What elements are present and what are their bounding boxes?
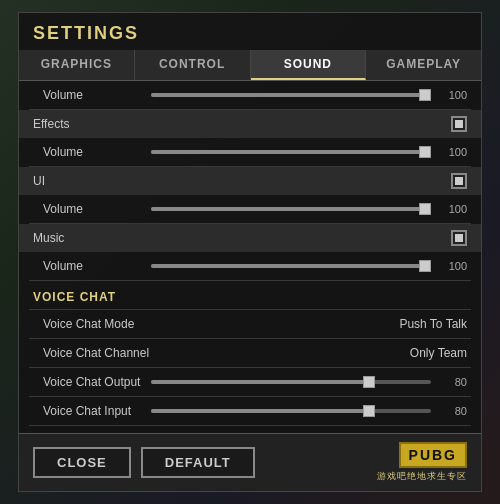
pubg-sub-text: 游戏吧绝地求生专区 [377,470,467,483]
settings-content: Volume 100 Effects Volume [19,81,481,433]
tab-control[interactable]: CONTROL [135,50,251,80]
effects-label: Effects [33,117,133,131]
voice-channel-value: Only Team [410,346,467,360]
pubg-logo: PUBG 游戏吧绝地求生专区 [377,442,467,483]
effects-volume-fill [151,150,431,154]
ui-volume-track[interactable] [151,207,431,211]
music-volume-value: 100 [439,260,467,272]
effects-volume-thumb[interactable] [419,146,431,158]
voice-channel-label: Voice Chat Channel [43,346,149,360]
voice-channel-row: Voice Chat Channel Only Team [19,339,481,367]
music-label: Music [33,231,133,245]
tab-gameplay[interactable]: GAMEPLAY [366,50,481,80]
music-volume-thumb[interactable] [419,260,431,272]
voice-input-label: Voice Chat Input [43,404,143,418]
voice-output-row: Voice Chat Output 80 [19,368,481,396]
voice-input-fill [151,409,375,413]
voice-chat-header-row: VOICE CHAT [19,281,481,309]
voice-output-thumb[interactable] [363,376,375,388]
close-button[interactable]: CLOSE [33,447,131,478]
music-volume-track[interactable] [151,264,431,268]
ui-volume-thumb[interactable] [419,203,431,215]
tabs-bar: GRAPHICS CONTROL SOUND GAMEPLAY [19,50,481,81]
effects-volume-track[interactable] [151,150,431,154]
main-volume-row: Volume 100 [19,81,481,109]
ui-volume-fill [151,207,431,211]
voice-mode-row: Voice Chat Mode Push To Talk [19,310,481,338]
main-volume-track[interactable] [151,93,431,97]
music-header-row: Music [19,224,481,252]
pubg-badge: PUBG [399,442,467,468]
effects-header-row: Effects [19,110,481,138]
voice-mode-label: Voice Chat Mode [43,317,143,331]
voice-input-thumb[interactable] [363,405,375,417]
voice-output-fill [151,380,375,384]
tab-sound[interactable]: SOUND [251,50,367,80]
effects-volume-slider-area[interactable] [143,150,439,154]
voice-input-value: 80 [439,405,467,417]
music-volume-slider-area[interactable] [143,264,439,268]
effects-checkbox[interactable] [451,116,467,132]
voice-output-track[interactable] [151,380,431,384]
main-volume-thumb[interactable] [419,89,431,101]
main-volume-slider-area[interactable] [143,93,439,97]
music-volume-label: Volume [43,259,143,273]
settings-panel: SETTINGS GRAPHICS CONTROL SOUND GAMEPLAY… [18,12,482,492]
main-volume-fill [151,93,431,97]
settings-title: SETTINGS [19,13,481,50]
voice-output-label: Voice Chat Output [43,375,143,389]
voice-mode-value: Push To Talk [399,317,467,331]
music-volume-fill [151,264,431,268]
voice-input-track[interactable] [151,409,431,413]
voice-input-slider-area[interactable] [143,409,439,413]
main-volume-value: 100 [439,89,467,101]
ui-label: UI [33,174,133,188]
default-button[interactable]: DEFAULT [141,447,255,478]
ui-volume-value: 100 [439,203,467,215]
ui-checkbox[interactable] [451,173,467,189]
music-volume-row: Volume 100 [19,252,481,280]
ui-volume-row: Volume 100 [19,195,481,223]
bottom-bar: CLOSE DEFAULT PUBG 游戏吧绝地求生专区 [19,433,481,491]
voice-output-value: 80 [439,376,467,388]
voice-sensitivity-row: Voice Input Sensitivity 45 [19,426,481,433]
voice-input-row: Voice Chat Input 80 [19,397,481,425]
ui-header-row: UI [19,167,481,195]
ui-volume-slider-area[interactable] [143,207,439,211]
effects-volume-value: 100 [439,146,467,158]
tab-graphics[interactable]: GRAPHICS [19,50,135,80]
ui-volume-label: Volume [43,202,143,216]
effects-volume-row: Volume 100 [19,138,481,166]
effects-volume-label: Volume [43,145,143,159]
voice-output-slider-area[interactable] [143,380,439,384]
main-volume-label: Volume [43,88,143,102]
voice-chat-label: VOICE CHAT [33,290,133,304]
music-checkbox[interactable] [451,230,467,246]
